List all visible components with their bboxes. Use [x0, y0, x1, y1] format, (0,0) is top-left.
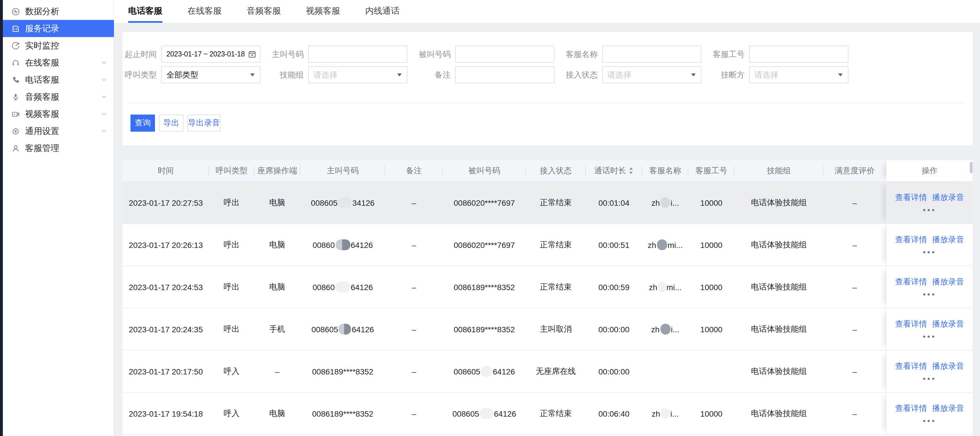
cell-agent-device: 电脑	[254, 266, 300, 308]
filter-field-1-3: 客服名称	[563, 46, 702, 63]
cell-empty	[254, 435, 300, 436]
tab-4[interactable]: 内线通话	[365, 0, 399, 23]
text-input-field[interactable]	[602, 46, 702, 63]
app: 数据分析服务记录实时监控在线客服电话客服音频客服视频客服通用设置客服管理 电话客…	[0, 0, 980, 436]
cell-agent-name: zhi...	[642, 182, 688, 224]
table-row-5: 2023-01-17 19:54:18呼入电脑0086189****8352–0…	[123, 393, 973, 435]
sidebar-item-6[interactable]: 视频客服	[3, 105, 114, 123]
query-button[interactable]: 查询	[130, 115, 155, 132]
cell-duration: 00:00:00	[586, 308, 642, 350]
column-header-label: 主叫号码	[327, 165, 359, 175]
play-recording-link[interactable]: 播放录音	[932, 277, 964, 287]
sidebar-item-8[interactable]: 客服管理	[3, 140, 114, 157]
more-actions-button[interactable]: •••	[886, 333, 973, 339]
play-recording-link[interactable]: 播放录音	[932, 404, 964, 414]
text-input-field[interactable]	[455, 66, 554, 83]
view-details-link[interactable]: 查看详情	[895, 235, 927, 245]
tabbar: 电话客服在线客服音频客服视频客服内线通话	[114, 0, 980, 23]
cell-caller-number: 0086189****8352	[300, 393, 385, 435]
more-actions-button[interactable]: •••	[886, 291, 973, 297]
select-field[interactable]: 请选择	[602, 66, 702, 83]
sidebar-rail	[0, 0, 3, 436]
cell-empty	[823, 435, 886, 436]
cell-call-type: 呼出	[209, 182, 254, 224]
sidebar-item-0[interactable]: 数据分析	[3, 3, 114, 20]
cell-agent-id: 10000	[688, 393, 735, 435]
play-recording-link[interactable]: 播放录音	[932, 361, 964, 372]
cell-callee-number: 0086189****8352	[443, 308, 526, 350]
text-input-field[interactable]	[455, 46, 554, 63]
cell-empty	[735, 435, 823, 436]
view-details-link[interactable]: 查看详情	[895, 319, 927, 329]
column-header-duration[interactable]: 通话时长	[586, 160, 642, 182]
select-field[interactable]: 请选择	[308, 66, 407, 83]
chevron-down-icon	[102, 112, 107, 116]
cell-remark: –	[385, 182, 443, 224]
cell-empty	[886, 435, 973, 436]
view-details-link[interactable]: 查看详情	[895, 193, 927, 203]
cell-satisfaction: –	[823, 266, 886, 308]
monitor-icon	[11, 41, 20, 50]
play-recording-link[interactable]: 播放录音	[932, 235, 964, 245]
column-header-satisfaction: 满意度评价	[823, 160, 886, 182]
tab-3[interactable]: 视频客服	[306, 0, 340, 23]
cell-callee-number: 00860564126	[443, 350, 526, 393]
filter-field-1-0: 起止时间2023-01-17 ~ 2023-01-18	[123, 46, 260, 63]
more-actions-button[interactable]: •••	[886, 207, 973, 213]
cell-skill-group: 电话体验技能组	[735, 350, 823, 393]
phone-icon	[11, 75, 20, 84]
filter-label: 备注	[417, 66, 451, 83]
cell-empty	[688, 435, 735, 436]
sidebar-item-4[interactable]: 电话客服	[3, 71, 114, 88]
filter-field-2-0: 呼叫类型全部类型	[123, 66, 260, 83]
more-actions-button[interactable]: •••	[886, 249, 973, 255]
date-range-field[interactable]: 2023-01-17 ~ 2023-01-18	[161, 46, 260, 63]
sidebar-item-7[interactable]: 通用设置	[3, 123, 114, 140]
filter-field-2-1: 技能组请选择	[269, 66, 407, 83]
cell-empty	[209, 435, 254, 436]
view-details-link[interactable]: 查看详情	[895, 361, 927, 372]
sort-icon[interactable]	[628, 167, 633, 176]
sidebar: 数据分析服务记录实时监控在线客服电话客服音频客服视频客服通用设置客服管理	[0, 0, 114, 436]
view-details-link[interactable]: 查看详情	[895, 404, 927, 414]
more-actions-button[interactable]: •••	[886, 418, 973, 423]
cell-access-status: 无座席在线	[526, 350, 586, 393]
video-icon	[11, 110, 20, 118]
play-recording-link[interactable]: 播放录音	[932, 319, 964, 329]
placeholder-text: 请选择	[309, 67, 407, 83]
cell-access-status: 主叫取消	[526, 308, 586, 350]
chevron-down-icon	[102, 129, 107, 133]
more-actions-button[interactable]: •••	[886, 376, 973, 381]
table-row-4: 2023-01-17 20:17:50呼入–0086189****8352–00…	[123, 350, 973, 393]
tab-1[interactable]: 在线客服	[188, 0, 222, 23]
tab-2[interactable]: 音频客服	[247, 0, 281, 23]
column-header-skill-group: 技能组	[735, 160, 823, 182]
select-field[interactable]: 全部类型	[161, 66, 260, 83]
mic-icon	[11, 92, 20, 101]
sidebar-item-3[interactable]: 在线客服	[3, 54, 114, 71]
table-row-1: 2023-01-17 20:26:13呼出电脑0086064126–008602…	[123, 224, 973, 266]
filter-label: 客服名称	[563, 46, 598, 63]
sidebar-item-2[interactable]: 实时监控	[3, 37, 114, 54]
view-details-link[interactable]: 查看详情	[895, 277, 927, 287]
calendar-icon[interactable]	[248, 50, 256, 59]
cell-duration: 00:00:59	[586, 266, 642, 308]
dropdown-caret-icon	[838, 73, 843, 76]
chevron-down-icon	[102, 95, 107, 99]
cell-satisfaction: –	[823, 182, 886, 224]
play-recording-link[interactable]: 播放录音	[932, 193, 964, 203]
export-button[interactable]: 导出	[159, 115, 183, 132]
sidebar-item-1[interactable]: 服务记录	[3, 20, 114, 37]
column-header-label: 呼叫类型	[216, 165, 248, 175]
table-row-2: 2023-01-17 20:24:53呼出电脑0086064126–008618…	[123, 266, 973, 308]
table-scrollbar-thumb[interactable]	[970, 162, 973, 173]
cell-duration: 00:00:00	[586, 350, 642, 393]
tab-0[interactable]: 电话客服	[128, 0, 162, 23]
sidebar-item-5[interactable]: 音频客服	[3, 88, 114, 105]
text-input-field[interactable]	[308, 46, 407, 63]
redaction-patch	[657, 239, 667, 250]
sidebar-item-label: 客服管理	[25, 143, 59, 154]
export-audio-button[interactable]: 导出录音	[188, 115, 221, 132]
select-field[interactable]: 请选择	[749, 66, 848, 83]
text-input-field[interactable]	[749, 46, 848, 63]
